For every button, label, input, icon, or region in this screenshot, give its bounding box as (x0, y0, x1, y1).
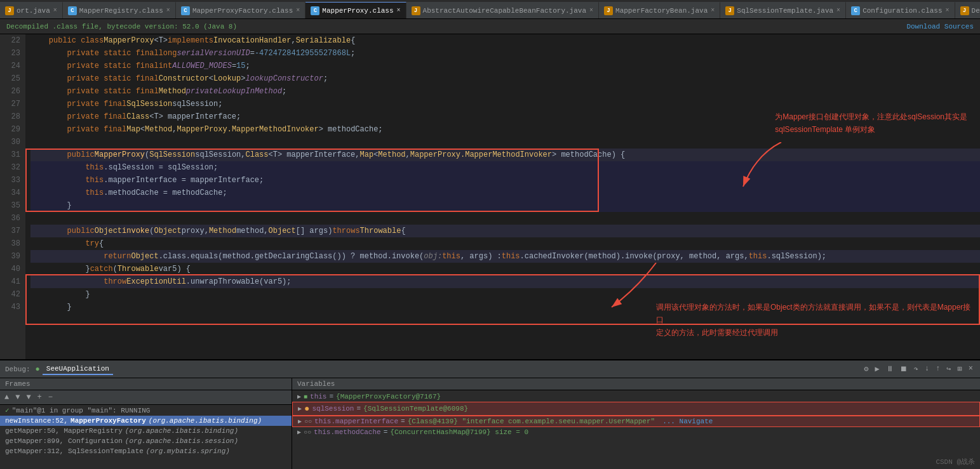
expand-this-icon[interactable]: ▶ (297, 393, 301, 400)
frame-item-main[interactable]: ✓ "main"@1 in group "main": RUNNING (0, 405, 292, 416)
debug-close-icon[interactable]: × (967, 363, 975, 375)
var-mapperinterface: ▶ ○○ this.mapperInterface = {Class@4139}… (292, 416, 980, 427)
debug-pause-icon[interactable]: ⏸ (884, 363, 896, 375)
ln-33: 33 (5, 174, 20, 187)
tab-abstract[interactable]: J AbstractAutowireCapableBeanFactory.jav… (406, 2, 599, 18)
info-bar: Decompiled .class file, bytecode version… (0, 19, 980, 34)
debug-step-into-icon[interactable]: ↓ (923, 363, 931, 375)
code-line-35: } (30, 199, 980, 212)
frame-item-new-instance[interactable]: newInstance:52, MapperProxyFactory (org.… (0, 416, 292, 426)
variables-panel: Variables ▶ ■ this = {MapperProxyFactory… (292, 378, 980, 469)
class-icon-1: C (68, 6, 77, 15)
debug-stop-icon[interactable]: ⏹ (898, 363, 910, 375)
annotation-constructor: 为Mapper接口创建代理对象，注意此处sqlSession其实是 sqlSes… (775, 110, 967, 136)
code-line-38: try { (30, 237, 980, 250)
ln-28: 28 (5, 110, 20, 123)
frames-remove-icon[interactable]: − (46, 392, 55, 403)
tab-port[interactable]: J ort.java × (0, 2, 63, 18)
ln-29: 29 (5, 123, 20, 136)
debug-run-to-cursor-icon[interactable]: ↪ (944, 363, 953, 375)
check-icon: ✓ (5, 406, 10, 414)
frames-down-icon[interactable]: ▼ (13, 392, 22, 403)
frame-item-get-mapper-312[interactable]: getMapper:312, SqlSessionTemplate (org.m… (0, 446, 292, 456)
code-content: public class MapperProxy <T> implements … (25, 34, 980, 359)
debug-body: Frames ▲ ▼ ▼ + − ✓ "main"@1 in group "ma… (0, 378, 980, 469)
expand-sqlsession-icon[interactable]: ▶ (298, 405, 302, 413)
tab-configuration[interactable]: C Configuration.class × (846, 2, 955, 18)
code-area: 22 23 24 25 26 27 28 29 30 ● 31 32 33 34… (0, 34, 980, 359)
debug-panel: Debug: ● SeeUApplication ⚙ ▶ ⏸ ⏹ ↷ ↓ ↑ ↪… (0, 359, 980, 469)
debug-tab-bar: Debug: ● SeeUApplication ⚙ ▶ ⏸ ⏹ ↷ ↓ ↑ ↪… (0, 360, 980, 378)
frames-filter2-icon[interactable]: ▼ (24, 392, 32, 403)
navigate-link[interactable]: ... Navigate (662, 418, 713, 425)
ln-22: 22 (5, 34, 20, 47)
close-tab-6[interactable]: × (836, 7, 840, 14)
debug-step-over-icon[interactable]: ↷ (912, 363, 920, 375)
frame-item-get-mapper-50[interactable]: getMapper:50, MapperRegistry (org.apache… (0, 426, 292, 436)
ln-35: 35 (5, 199, 20, 212)
ln-25: 25 (5, 72, 20, 85)
tab-mapper-registry[interactable]: C MapperRegistry.class × (63, 2, 176, 18)
ln-43: 43 (5, 301, 20, 314)
ln-30: 30 (5, 136, 20, 149)
line-numbers: 22 23 24 25 26 27 28 29 30 ● 31 32 33 34… (0, 34, 25, 359)
debug-icon-group: ⚙ ▶ ⏸ ⏹ ↷ ↓ ↑ ↪ ⊞ × (862, 363, 975, 375)
code-line-26: private static final Method privateLooku… (30, 85, 980, 98)
expand-methodcache-icon[interactable]: ▶ (297, 428, 301, 436)
ln-27: 27 (5, 98, 20, 110)
watermark: CSDN @战杀 (936, 457, 975, 466)
download-sources-link[interactable]: Download Sources (906, 23, 974, 30)
ln-34: 34 (5, 187, 20, 199)
debug-app-icon: ● (36, 365, 40, 374)
variables-header: Variables (292, 378, 980, 390)
frame-item-get-mapper-899[interactable]: getMapper:899, Configuration (org.apache… (0, 436, 292, 446)
code-line-25: private static final Constructor < Looku… (30, 72, 980, 85)
code-line-23: private static final long serialVersionU… (30, 47, 980, 60)
close-tab-7[interactable]: × (946, 7, 950, 14)
class-icon-7: C (851, 6, 860, 15)
debug-settings-icon[interactable]: ⚙ (862, 363, 870, 375)
ln-39: ● 39 (5, 250, 20, 263)
code-line-33: this .mapperInterface = mapperInterface; (30, 174, 980, 187)
tab-default-sql[interactable]: J DefaultSql (955, 2, 980, 18)
debug-app-tab[interactable]: SeeUApplication (43, 364, 113, 375)
debug-resume-icon[interactable]: ▶ (873, 363, 881, 375)
annotation2-arrow (605, 263, 669, 314)
expand-mapperinterface-icon[interactable]: ▶ (298, 418, 302, 425)
tab-mapper-proxy[interactable]: C MapperProxy.class × (305, 2, 406, 18)
frames-header: Frames (0, 378, 292, 390)
tab-mapper-factory-bean[interactable]: J MapperFactoryBean.java × (599, 2, 720, 18)
annotation-invoke: 调用该代理对象的方法时，如果是Object类的方法就直接调用，如果不是，则代表是… (656, 301, 974, 339)
code-line-22: public class MapperProxy <T> implements … (30, 34, 980, 47)
tab-bar: J ort.java × C MapperRegistry.class × C … (0, 0, 980, 19)
frames-list: ✓ "main"@1 in group "main": RUNNING newI… (0, 405, 292, 469)
class-icon-3: C (311, 6, 319, 15)
ln-41: ● 41 (5, 275, 20, 288)
var-sqlsession: ▶ ● sqlSession = {SqlSessionTemplate@609… (292, 402, 980, 416)
code-line-27: private final SqlSession sqlSession; (30, 98, 980, 110)
ln-36: 36 (5, 212, 20, 225)
code-line-40: } catch ( Throwable var5) { (30, 263, 980, 275)
frames-add-icon[interactable]: + (36, 392, 44, 403)
tab-mapper-proxy-factory[interactable]: C MapperProxyFactory.class × (176, 2, 305, 18)
code-line-24: private static final int ALLOWED_MODES =… (30, 60, 980, 72)
close-tab-3[interactable]: × (397, 7, 401, 14)
debug-evaluate-icon[interactable]: ⊞ (956, 363, 964, 375)
close-tab-2[interactable]: × (296, 7, 300, 14)
ln-31: ● 31 (5, 149, 20, 161)
code-line-31: public MapperProxy ( SqlSession sqlSessi… (30, 149, 980, 161)
tab-sql-session-template[interactable]: J SqlSessionTemplate.java × (720, 2, 846, 18)
ln-42: 42 (5, 288, 20, 301)
debug-step-out-icon[interactable]: ↑ (934, 363, 942, 375)
ln-26: 26 (5, 85, 20, 98)
var-this: ▶ ■ this = {MapperProxyFactory@7167} (292, 392, 980, 402)
frames-filter-icon[interactable]: ▲ (3, 392, 11, 403)
code-line-42: } (30, 288, 980, 301)
close-tab-5[interactable]: × (711, 7, 715, 14)
code-line-30 (30, 136, 980, 149)
variables-list: ▶ ■ this = {MapperProxyFactory@7167} ▶ ●… (292, 390, 980, 439)
close-tab-0[interactable]: × (53, 7, 57, 14)
ln-32: 32 (5, 161, 20, 174)
close-tab-4[interactable]: × (589, 7, 593, 14)
close-tab-1[interactable]: × (166, 7, 170, 14)
